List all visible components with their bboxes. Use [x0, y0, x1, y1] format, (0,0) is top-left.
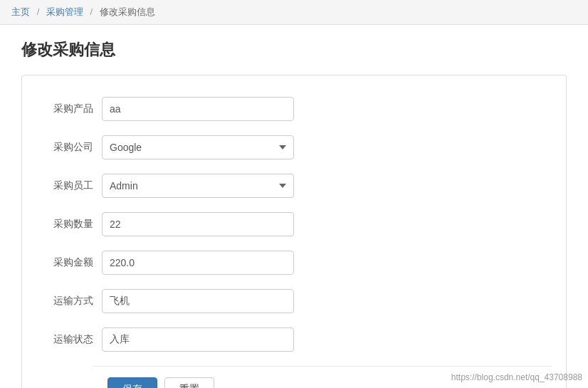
label-product: 采购产品 [36, 103, 93, 115]
form-group-company: 采购公司 Google Microsoft Apple [36, 135, 552, 159]
label-status: 运输状态 [36, 333, 93, 346]
label-transport: 运输方式 [36, 295, 93, 308]
label-employee: 采购员工 [36, 179, 93, 192]
form-card: 采购产品 采购公司 Google Microsoft Apple 采购员工 Ad… [21, 75, 567, 388]
breadcrumb-purchase-mgmt[interactable]: 采购管理 [46, 6, 83, 17]
form-group-transport: 运输方式 [36, 289, 552, 313]
input-status[interactable] [102, 327, 294, 352]
form-group-employee: 采购员工 Admin User1 User2 [36, 174, 552, 198]
form-group-status: 运输状态 [36, 327, 552, 352]
breadcrumb-sep2: / [90, 6, 93, 17]
label-company: 采购公司 [36, 141, 93, 154]
form-group-product: 采购产品 [36, 97, 552, 121]
form-group-amount: 采购金额 [36, 251, 552, 275]
select-employee[interactable]: Admin User1 User2 [102, 174, 294, 198]
input-quantity[interactable] [102, 212, 294, 236]
input-product[interactable] [102, 97, 294, 121]
breadcrumb: 主页 / 采购管理 / 修改采购信息 [0, 0, 588, 25]
input-amount[interactable] [102, 251, 294, 275]
save-button[interactable]: 保存 [107, 377, 157, 388]
breadcrumb-sep1: / [37, 6, 40, 17]
input-transport[interactable] [102, 289, 294, 313]
label-amount: 采购金额 [36, 256, 93, 269]
select-company[interactable]: Google Microsoft Apple [102, 135, 294, 159]
breadcrumb-current: 修改采购信息 [100, 6, 155, 17]
main-content: 修改采购信息 采购产品 采购公司 Google Microsoft Apple … [0, 25, 588, 388]
reset-button[interactable]: 重置 [164, 377, 214, 388]
page-title: 修改采购信息 [21, 39, 567, 61]
form-group-quantity: 采购数量 [36, 212, 552, 236]
label-quantity: 采购数量 [36, 218, 93, 231]
breadcrumb-home[interactable]: 主页 [11, 6, 30, 17]
footer-watermark: https://blog.csdn.net/qq_43708988 [451, 372, 582, 382]
